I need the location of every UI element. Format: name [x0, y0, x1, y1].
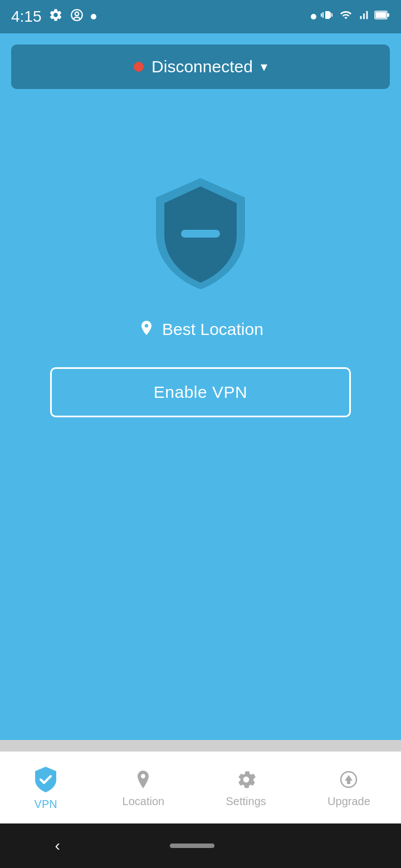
back-button[interactable]: ‹ [55, 837, 60, 855]
tab-upgrade-label: Upgrade [327, 795, 370, 808]
status-bar-left: 4:15 [11, 8, 96, 26]
location-nav-icon [131, 767, 155, 792]
status-time: 4:15 [11, 8, 42, 26]
gear-icon [48, 8, 63, 26]
svg-point-1 [75, 12, 79, 16]
vibrate-icon [321, 8, 334, 25]
signal-bars-icon [358, 9, 370, 24]
home-indicator[interactable] [170, 844, 214, 848]
status-bar: 4:15 [0, 0, 401, 33]
tab-vpn[interactable]: VPN [19, 759, 72, 816]
upgrade-nav-icon [336, 767, 361, 792]
svg-rect-3 [387, 13, 389, 17]
shield-icon [145, 172, 256, 295]
tab-location[interactable]: Location [111, 762, 176, 813]
tab-vpn-label: VPN [35, 798, 57, 811]
wifi-icon [339, 9, 353, 24]
disconnected-dot [134, 62, 144, 72]
camera-icon [70, 8, 84, 26]
vpn-check-icon [31, 765, 61, 795]
location-pin-icon [138, 319, 155, 339]
signal-dot [311, 14, 316, 19]
tab-location-label: Location [123, 795, 165, 808]
shield-container [145, 172, 256, 297]
svg-rect-4 [376, 12, 387, 18]
bottom-nav: VPN Location Settings Upgrade [0, 751, 401, 823]
battery-icon [374, 9, 390, 24]
svg-rect-5 [181, 230, 220, 238]
tab-settings[interactable]: Settings [214, 762, 277, 813]
best-location-row[interactable]: Best Location [138, 319, 263, 339]
main-content: Best Location Enable VPN [0, 89, 401, 417]
settings-nav-icon [234, 767, 258, 792]
tab-upgrade[interactable]: Upgrade [316, 762, 382, 813]
status-indicator-dot [91, 14, 96, 19]
chevron-down-icon: ▾ [261, 59, 267, 75]
status-bar-right [311, 8, 390, 25]
system-nav-bar: ‹ [0, 823, 401, 868]
best-location-text: Best Location [162, 320, 263, 339]
connection-status-text: Disconnected [151, 57, 253, 76]
connection-banner[interactable]: Disconnected ▾ [11, 45, 390, 89]
tab-settings-label: Settings [226, 795, 266, 808]
enable-vpn-button[interactable]: Enable VPN [50, 367, 351, 417]
